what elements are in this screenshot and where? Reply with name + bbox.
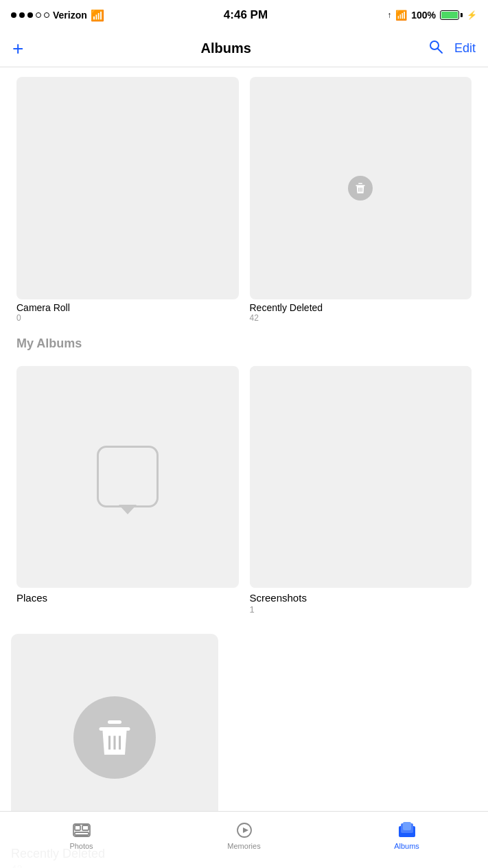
list-item[interactable]: Recently Deleted 42 (244, 73, 478, 330)
carrier-name: Verizon (53, 10, 87, 21)
camera-roll-thumb (16, 77, 239, 299)
status-bar: Verizon 📶 4:46 PM ↑ 📶 100% ⚡ (0, 0, 488, 30)
add-album-button[interactable]: + (12, 38, 23, 60)
list-item[interactable]: Places (11, 361, 244, 626)
album-name: Screenshots (250, 592, 472, 604)
album-count: 1 (250, 604, 472, 615)
dot4 (36, 12, 41, 18)
nav-bar: + Albums Edit (0, 30, 488, 67)
album-name: Places (16, 592, 239, 604)
photos-tab-icon (72, 821, 91, 840)
signal-dots (11, 12, 49, 18)
my-albums-section-header: My Albums (0, 330, 488, 355)
trash-icon-wrap (73, 696, 156, 779)
recently-deleted-small-thumb (250, 77, 472, 299)
tab-bar: Photos Memories Albums (0, 811, 488, 868)
list-item[interactable]: Camera Roll 0 (11, 73, 244, 330)
album-name: Recently Deleted (250, 302, 472, 313)
dot3 (27, 12, 33, 18)
memories-tab-icon (235, 821, 254, 840)
albums-tab-icon (397, 821, 417, 840)
search-button[interactable] (428, 39, 443, 58)
page-title: Albums (200, 41, 251, 56)
tab-photos[interactable]: Photos (0, 821, 163, 850)
dot2 (19, 12, 25, 18)
svg-marker-17 (243, 827, 248, 833)
battery-icon (440, 10, 463, 20)
tab-albums[interactable]: Albums (325, 821, 488, 850)
wifi-icon: 📶 (91, 9, 104, 22)
svg-rect-13 (75, 825, 80, 830)
svg-rect-20 (403, 822, 411, 830)
svg-line-1 (438, 49, 442, 53)
places-thumb (16, 366, 239, 589)
screenshots-thumb (250, 366, 472, 589)
status-time: 4:46 PM (224, 8, 268, 22)
charging-bolt-icon: ⚡ (467, 10, 477, 20)
tab-memories[interactable]: Memories (163, 821, 325, 850)
nav-right-actions: Edit (428, 39, 476, 58)
status-right: ↑ 📶 100% ⚡ (387, 10, 477, 21)
dot1 (11, 12, 16, 18)
album-name: Camera Roll (16, 302, 239, 313)
list-item[interactable]: Screenshots 1 (244, 361, 478, 626)
edit-button[interactable]: Edit (454, 41, 476, 56)
top-albums-row: Camera Roll 0 Recently Deleted 42 (0, 67, 488, 330)
dot5 (44, 12, 49, 18)
status-left: Verizon 📶 (11, 9, 104, 22)
photos-tab-label: Photos (69, 842, 93, 850)
album-count: 42 (250, 313, 472, 323)
svg-rect-2 (356, 185, 366, 186)
album-count: 0 (16, 313, 239, 323)
battery-percent: 100% (411, 10, 436, 21)
location-icon: ↑ (387, 10, 391, 20)
svg-rect-14 (82, 825, 89, 830)
main-content: Camera Roll 0 Recently Deleted 42 (0, 67, 488, 868)
svg-rect-3 (358, 183, 362, 184)
svg-point-0 (430, 41, 439, 49)
album-grid: Places Screenshots 1 (0, 355, 488, 626)
trash-icon (94, 717, 135, 758)
memories-tab-label: Memories (227, 842, 260, 850)
bluetooth-icon: 📶 (395, 10, 407, 21)
svg-rect-8 (108, 720, 121, 724)
recently-deleted-large-thumb (11, 634, 218, 841)
albums-tab-label: Albums (394, 842, 419, 850)
svg-rect-7 (100, 727, 130, 731)
svg-rect-15 (75, 832, 89, 835)
